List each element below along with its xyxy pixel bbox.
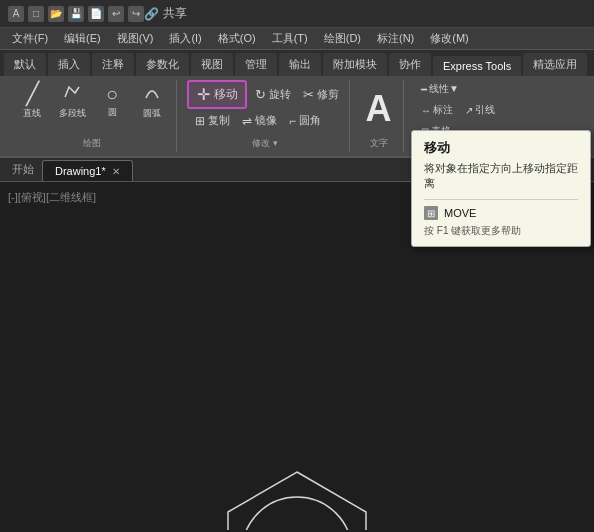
linestyle-icon: ━ — [421, 84, 427, 95]
new-icon[interactable]: □ — [28, 6, 44, 22]
tooltip-title: 移动 — [424, 139, 578, 157]
dimension-button[interactable]: ↔ 标注 — [417, 101, 457, 119]
share-icon: 🔗 — [144, 7, 159, 21]
move-label: 移动 — [214, 86, 238, 103]
drawing-tab[interactable]: Drawing1* ✕ — [42, 160, 133, 181]
polyline-label: 多段线 — [59, 107, 86, 120]
arc-label: 圆弧 — [143, 107, 161, 120]
undo-icon[interactable]: ↩ — [108, 6, 124, 22]
circle-button[interactable]: ○ 圆 — [94, 82, 130, 121]
save-icon[interactable]: 💾 — [68, 6, 84, 22]
draw-group: ╱ 直线 多段线 ○ 圆 — [8, 80, 177, 152]
mirror-icon: ⇌ — [242, 114, 252, 128]
tooltip-description: 将对象在指定方向上移动指定距离 — [424, 161, 578, 191]
rotate-icon: ↻ — [255, 87, 266, 102]
menu-file[interactable]: 文件(F) — [4, 29, 56, 48]
draw-group-content: ╱ 直线 多段线 ○ 圆 — [14, 80, 170, 136]
rotate-label: 旋转 — [269, 87, 291, 102]
linestyle-dropdown[interactable]: ━ 线性▼ — [417, 80, 463, 98]
menu-view[interactable]: 视图(V) — [109, 29, 162, 48]
polyline-icon — [62, 82, 82, 105]
tab-express[interactable]: Express Tools — [433, 56, 521, 76]
fillet-icon: ⌐ — [289, 114, 296, 128]
tab-addons[interactable]: 附加模块 — [323, 53, 387, 76]
menu-bar: 文件(F) 编辑(E) 视图(V) 插入(I) 格式(O) 工具(T) 绘图(D… — [0, 28, 594, 50]
copy-icon: ⊞ — [195, 114, 205, 128]
tab-output[interactable]: 输出 — [279, 53, 321, 76]
polyline-button[interactable]: 多段线 — [54, 80, 90, 122]
hexagon-shape — [228, 472, 366, 530]
share-area: 🔗 共享 — [144, 5, 187, 22]
tab-annotate[interactable]: 注释 — [92, 53, 134, 76]
ribbon: 默认 插入 注释 参数化 视图 管理 输出 附加模块 协作 Express To… — [0, 50, 594, 158]
menu-edit[interactable]: 编辑(E) — [56, 29, 109, 48]
title-bar: A □ 📂 💾 📄 ↩ ↪ 🔗 共享 — [0, 0, 594, 28]
tooltip-divider — [424, 199, 578, 200]
tooltip-cmd-icon: ⊞ — [424, 206, 438, 220]
leader-button[interactable]: ↗ 引线 — [461, 101, 499, 119]
rotate-button[interactable]: ↻ 旋转 — [251, 85, 295, 104]
modify-group-content: ✛ 移动 ↻ 旋转 ✂ 修剪 — [187, 80, 343, 144]
tooltip-cmd-text: MOVE — [444, 207, 476, 219]
text-button[interactable]: A — [362, 91, 396, 127]
menu-modify[interactable]: 修改(M) — [422, 29, 477, 48]
open-icon[interactable]: 📂 — [48, 6, 64, 22]
save-as-icon[interactable]: 📄 — [88, 6, 104, 22]
move-button[interactable]: ✛ 移动 — [187, 80, 247, 109]
menu-insert[interactable]: 插入(I) — [161, 29, 209, 48]
copy-label: 复制 — [208, 113, 230, 128]
ribbon-content: ╱ 直线 多段线 ○ 圆 — [0, 76, 594, 156]
tab-manage[interactable]: 管理 — [235, 53, 277, 76]
tooltip-popup: 移动 将对象在指定方向上移动指定距离 ⊞ MOVE 按 F1 键获取更多帮助 — [411, 130, 591, 247]
menu-dimension[interactable]: 标注(N) — [369, 29, 422, 48]
menu-tools[interactable]: 工具(T) — [264, 29, 316, 48]
tab-insert[interactable]: 插入 — [48, 53, 90, 76]
start-tab[interactable]: 开始 — [4, 158, 42, 181]
tab-view[interactable]: 视图 — [191, 53, 233, 76]
fillet-button[interactable]: ⌐ 圆角 — [285, 111, 325, 130]
modify-group-label: 修改 ▾ — [252, 137, 278, 150]
draw-group-label: 绘图 — [83, 137, 101, 150]
line-button[interactable]: ╱ 直线 — [14, 81, 50, 122]
tab-default[interactable]: 默认 — [4, 53, 46, 76]
modify-row1: ✛ 移动 ↻ 旋转 ✂ 修剪 — [187, 80, 343, 109]
tab-featured[interactable]: 精选应用 — [523, 53, 587, 76]
tab-parametric[interactable]: 参数化 — [136, 53, 189, 76]
mirror-button[interactable]: ⇌ 镜像 — [238, 111, 281, 130]
circle-label: 圆 — [108, 106, 117, 119]
trim-button[interactable]: ✂ 修剪 — [299, 85, 343, 104]
dimension-icon: ↔ — [421, 105, 431, 116]
annot-row1: ━ 线性▼ — [417, 80, 499, 98]
arc-icon — [142, 82, 162, 105]
mirror-label: 镜像 — [255, 113, 277, 128]
move-icon: ✛ — [197, 85, 210, 104]
line-label: 直线 — [23, 107, 41, 120]
text-group-label: 文字 — [370, 137, 388, 150]
leader-icon: ↗ — [465, 105, 473, 116]
circle-shape — [242, 497, 352, 530]
modify-row2: ⊞ 复制 ⇌ 镜像 ⌐ 圆角 — [191, 111, 343, 130]
line-icon: ╱ — [26, 83, 39, 105]
circle-icon: ○ — [106, 84, 118, 104]
tooltip-command: ⊞ MOVE — [424, 206, 578, 220]
menu-format[interactable]: 格式(O) — [210, 29, 264, 48]
annot-row2: ↔ 标注 ↗ 引线 — [417, 101, 499, 119]
drawing-tab-label: Drawing1* — [55, 165, 106, 177]
app-icon: A — [8, 6, 24, 22]
ribbon-tabs: 默认 插入 注释 参数化 视图 管理 输出 附加模块 协作 Express To… — [0, 50, 594, 76]
menu-draw[interactable]: 绘图(D) — [316, 29, 369, 48]
tab-collaborate[interactable]: 协作 — [389, 53, 431, 76]
trim-label: 修剪 — [317, 87, 339, 102]
modify-group: ✛ 移动 ↻ 旋转 ✂ 修剪 — [181, 80, 350, 152]
trim-icon: ✂ — [303, 87, 314, 102]
arc-button[interactable]: 圆弧 — [134, 80, 170, 122]
title-bar-icons: A □ 📂 💾 📄 ↩ ↪ — [8, 6, 144, 22]
dimension-label: 标注 — [433, 103, 453, 117]
redo-icon[interactable]: ↪ — [128, 6, 144, 22]
share-label[interactable]: 共享 — [163, 5, 187, 22]
text-group: A 文字 — [354, 80, 404, 152]
copy-button[interactable]: ⊞ 复制 — [191, 111, 234, 130]
tab-close-icon[interactable]: ✕ — [112, 166, 120, 177]
fillet-label: 圆角 — [299, 113, 321, 128]
tooltip-help: 按 F1 键获取更多帮助 — [424, 224, 578, 238]
